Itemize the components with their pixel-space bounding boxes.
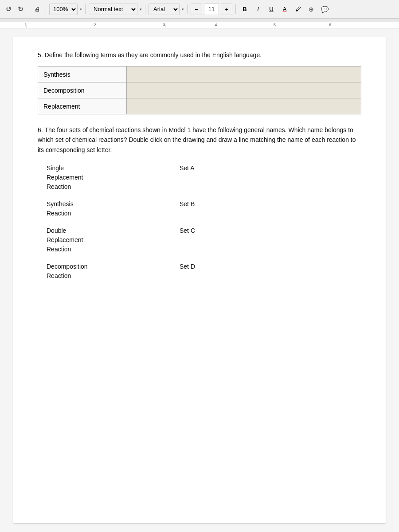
set-a-label: Set A (180, 164, 194, 172)
ruler-mark-4: 4 (217, 24, 217, 28)
paint-icon: 🖊 (295, 6, 301, 12)
separator-2 (46, 4, 46, 14)
term-synthesis: Synthesis (38, 66, 127, 82)
ruler-mark-5: 5 (276, 24, 276, 28)
ruler-marks: 1 2 3 4 5 6 (27, 19, 372, 28)
def-decomposition[interactable] (127, 82, 361, 98)
separator-6 (235, 4, 236, 14)
separator-1 (29, 4, 29, 14)
ruler-mark-1: 1 (27, 24, 27, 28)
undo-icon: ↺ (6, 5, 12, 13)
ruler: 1 2 3 4 5 6 (0, 19, 399, 28)
matching-row-2: SynthesisReaction Set B (47, 200, 361, 218)
zoom-chevron-icon: ▾ (80, 7, 82, 12)
undo-button[interactable]: ↺ (4, 3, 14, 16)
question-5-text: Define the following terms as they are c… (45, 51, 262, 59)
question-6: 6. The four sets of chemical reactions s… (38, 125, 361, 155)
underline-button[interactable]: U (266, 4, 277, 15)
style-chevron-icon: ▾ (140, 7, 142, 12)
reaction-single-replacement: SingleReplacementReaction (47, 164, 144, 192)
separator-3 (85, 4, 86, 14)
term-replacement: Replacement (38, 98, 127, 114)
font-size-input[interactable] (204, 4, 219, 15)
comment-button[interactable]: 💬 (319, 4, 330, 15)
ruler-mark-3: 3 (165, 24, 165, 28)
question-5: 5. Define the following terms as they ar… (38, 51, 361, 60)
terms-table: Synthesis Decomposition Replacement (38, 66, 361, 114)
italic-button[interactable]: I (252, 4, 264, 15)
set-b-label: Set B (180, 200, 195, 207)
font-size-increase-button[interactable]: + (221, 4, 232, 15)
reaction-double-replacement: DoubleReplacementReaction (47, 226, 144, 254)
font-chevron-icon: ▾ (182, 7, 184, 12)
ruler-mark-6: 6 (331, 24, 331, 28)
font-color-label: A (283, 6, 287, 12)
matching-container: SingleReplacementReaction Set A Synthesi… (38, 164, 361, 289)
print-icon: 🖨 (35, 6, 40, 12)
style-select[interactable]: Normal text (89, 4, 137, 15)
table-row: Replacement (38, 98, 361, 114)
table-row: Synthesis (38, 66, 361, 82)
term-decomposition: Decomposition (38, 82, 127, 98)
set-c-label: Set C (180, 226, 195, 234)
font-size-decrease-button[interactable]: − (191, 4, 202, 15)
def-replacement[interactable] (127, 98, 361, 114)
bold-button[interactable]: B (239, 4, 250, 15)
matching-row-1: SingleReplacementReaction Set A (47, 164, 361, 192)
text-color-button[interactable]: 🖊 (292, 4, 304, 15)
table-row: Decomposition (38, 82, 361, 98)
link-button[interactable]: ⊕ (305, 4, 317, 15)
separator-5 (187, 4, 188, 14)
question-6-number: 6. (38, 126, 43, 133)
question-6-text: The four sets of chemical reactions show… (38, 126, 356, 153)
redo-button[interactable]: ↻ (16, 3, 26, 16)
reaction-decomposition: DecompositionReaction (47, 262, 144, 281)
def-synthesis[interactable] (127, 66, 361, 82)
reaction-synthesis: SynthesisReaction (47, 200, 144, 218)
set-d-label: Set D (180, 262, 195, 270)
ruler-mark-2: 2 (96, 24, 96, 28)
separator-4 (145, 4, 145, 14)
font-select[interactable]: Arial (149, 4, 180, 15)
print-button[interactable]: 🖨 (32, 3, 43, 16)
matching-row-4: DecompositionReaction Set D (47, 262, 361, 281)
document-area: 5. Define the following terms as they ar… (0, 28, 399, 532)
strikethrough-button[interactable]: A (279, 4, 290, 15)
redo-icon: ↻ (18, 5, 23, 13)
question-5-number: 5. (38, 51, 43, 59)
comment-icon: 💬 (321, 6, 329, 13)
zoom-select[interactable]: 100% (49, 4, 78, 15)
link-icon: ⊕ (309, 6, 314, 13)
document-page: 5. Define the following terms as they ar… (13, 37, 386, 523)
matching-row-3: DoubleReplacementReaction Set C (47, 226, 361, 254)
toolbar: ↺ ↻ 🖨 100% ▾ Normal text ▾ Arial ▾ − + B… (0, 0, 399, 19)
